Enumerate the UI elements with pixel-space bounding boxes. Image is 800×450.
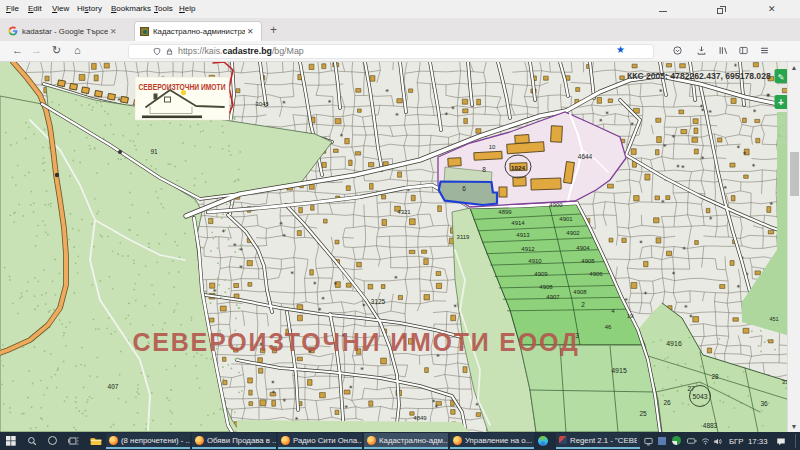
svg-text:6: 6: [462, 185, 466, 192]
svg-text:4902: 4902: [566, 230, 580, 236]
svg-text:25: 25: [639, 410, 647, 417]
svg-text:10: 10: [489, 144, 496, 150]
svg-text:2: 2: [581, 301, 585, 308]
svg-text:4909: 4909: [534, 271, 548, 277]
svg-text:4849: 4849: [413, 415, 427, 421]
svg-text:36: 36: [760, 400, 768, 407]
svg-text:28: 28: [711, 373, 719, 380]
svg-text:8: 8: [482, 166, 486, 173]
svg-text:91: 91: [150, 148, 158, 155]
svg-text:4908: 4908: [573, 289, 587, 295]
svg-text:4905: 4905: [581, 258, 595, 264]
svg-text:4644: 4644: [578, 153, 593, 160]
svg-text:4913: 4913: [516, 232, 530, 238]
svg-text:1024: 1024: [511, 164, 525, 171]
svg-text:4904: 4904: [576, 245, 590, 251]
svg-text:4900: 4900: [549, 202, 563, 208]
svg-text:4907: 4907: [546, 294, 560, 300]
svg-text:СЕВЕРОИЗТОЧНИ ИМОТИ ЕООД: СЕВЕРОИЗТОЧНИ ИМОТИ ЕООД: [132, 328, 579, 356]
svg-text:4912: 4912: [521, 246, 535, 252]
svg-text:+: +: [778, 97, 784, 108]
svg-text:451: 451: [769, 316, 778, 322]
svg-text:4915: 4915: [611, 367, 627, 374]
svg-text:4910: 4910: [528, 258, 542, 264]
svg-text:3119: 3119: [457, 234, 471, 240]
svg-text:4883: 4883: [703, 422, 718, 429]
svg-text:3125: 3125: [371, 298, 386, 305]
svg-text:✎: ✎: [778, 73, 785, 82]
svg-text:4908: 4908: [539, 284, 553, 290]
svg-text:ККС 2005: 4782262.437, 695178.: ККС 2005: 4782262.437, 695178.028: [627, 71, 771, 81]
svg-text:407: 407: [108, 383, 119, 390]
svg-text:19: 19: [627, 313, 634, 319]
svg-text:4916: 4916: [666, 340, 682, 347]
svg-text:4914: 4914: [511, 220, 525, 226]
svg-text:26: 26: [663, 399, 671, 406]
svg-text:4906: 4906: [589, 271, 603, 277]
svg-text:4321: 4321: [397, 209, 411, 215]
svg-text:46: 46: [605, 324, 612, 330]
svg-text:4901: 4901: [559, 216, 573, 222]
svg-text:3048: 3048: [255, 101, 269, 107]
svg-text:4899: 4899: [498, 209, 512, 215]
svg-text:5043: 5043: [692, 393, 707, 400]
